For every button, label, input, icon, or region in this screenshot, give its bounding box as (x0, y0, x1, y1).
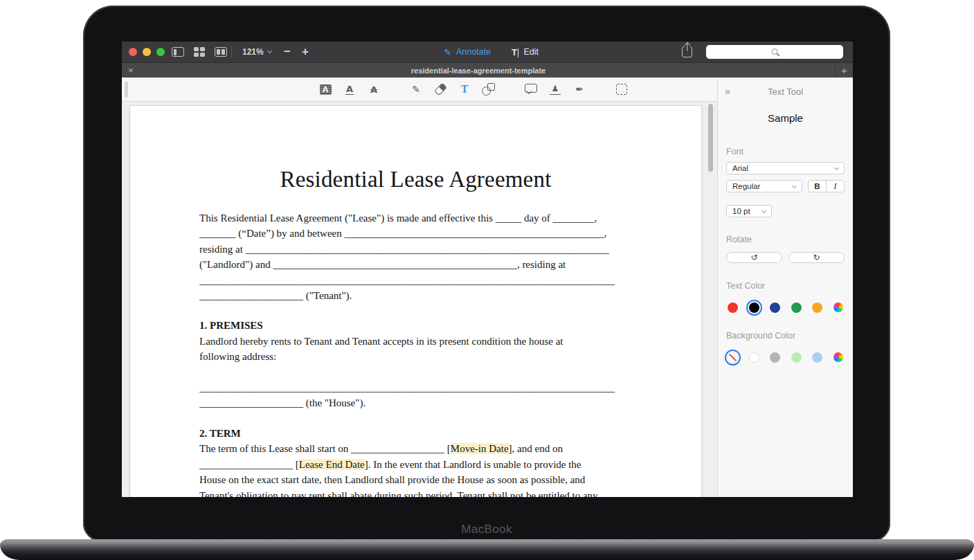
font-family-select[interactable]: Arial (726, 162, 845, 174)
green-swatch[interactable] (791, 302, 802, 313)
document-line: Tenant's obligation to pay rent shall ab… (199, 488, 632, 498)
document-line: ________________________________________… (199, 380, 632, 395)
gray-swatch[interactable] (770, 352, 780, 363)
rotate-ccw-button[interactable]: ↺ (726, 252, 782, 263)
new-tab-button[interactable]: + (835, 63, 853, 78)
multicolor-swatch[interactable] (833, 352, 843, 362)
text-color-label: Text Color (726, 281, 845, 291)
collapse-panel-icon[interactable]: » (725, 86, 730, 97)
light-green-swatch[interactable] (791, 352, 802, 363)
annotation-tools: AAA✎T♟✒ (317, 81, 630, 98)
minimize-window-button[interactable] (143, 48, 151, 56)
tab-edit[interactable]: T Edit (512, 47, 539, 57)
font-style-select[interactable]: Regular (726, 180, 802, 192)
pencil-icon[interactable]: ✎ (408, 81, 424, 98)
document-line: The term of this Lease shall start on __… (199, 441, 632, 456)
toolbar-drag-handle[interactable] (125, 82, 128, 98)
rect-select-icon[interactable] (613, 81, 630, 98)
black-swatch[interactable] (749, 302, 759, 313)
title-bar: 121% − + ✎ Annotate T Edit (122, 42, 853, 62)
document-line: ____________________ (the "House"). (199, 395, 632, 410)
none-swatch[interactable] (728, 352, 738, 363)
strikethrough-text-icon[interactable]: A (366, 81, 382, 98)
underline-text-icon[interactable]: A (341, 81, 358, 98)
signature-icon[interactable]: ✒ (571, 81, 588, 98)
view-controls (172, 47, 227, 57)
font-section-label: Font (726, 147, 845, 156)
annotate-label: Annotate (456, 47, 491, 57)
text-color-swatches (726, 300, 845, 314)
annotation-toolbar: AAA✎T♟✒ (122, 78, 717, 102)
search-box (706, 45, 843, 59)
document-line (199, 365, 632, 380)
scrollbar-thumb[interactable] (708, 104, 713, 172)
chevron-down-icon (267, 48, 272, 53)
zoom-out-button[interactable]: − (281, 42, 294, 62)
rotate-section-label: Rotate (726, 235, 845, 244)
text-tool-panel: » Text Tool Sample Font Arial Regular (717, 78, 853, 497)
content-area: AAA✎T♟✒ Residential Lease Agreement This… (122, 78, 853, 497)
macbook-screen-bezel: 121% − + ✎ Annotate T Edit (83, 6, 890, 541)
highlighted-field[interactable]: Move-in Date (451, 443, 509, 454)
text-tool-icon[interactable]: T (456, 81, 473, 98)
zoom-level-menu[interactable]: 121% (242, 42, 271, 62)
toolbar-divider (231, 46, 232, 57)
chevron-down-icon (761, 208, 766, 213)
macbook-mockup: 121% − + ✎ Annotate T Edit (0, 0, 974, 560)
rotate-ccw-icon: ↺ (750, 253, 757, 262)
light-blue-swatch[interactable] (812, 352, 822, 363)
thumbnail-grid-icon[interactable] (194, 47, 205, 57)
document-line: ("Landlord") and _______________________… (199, 257, 632, 272)
sidebar-toggle-icon[interactable] (172, 47, 184, 57)
italic-button[interactable]: I (826, 181, 844, 192)
rotate-cw-icon: ↻ (813, 253, 820, 262)
macbook-base (0, 539, 974, 560)
highlighted-field[interactable]: Lease End Date (299, 459, 365, 470)
document-line: __________________ [Lease End Date]. In … (199, 457, 632, 472)
close-window-button[interactable] (129, 48, 137, 56)
background-color-label: Background Color (726, 331, 845, 341)
white-swatch[interactable] (749, 352, 759, 363)
document-line: Landlord hereby rents to Tenant and Tena… (199, 334, 632, 349)
font-size-value: 10 pt (732, 207, 750, 215)
font-size-select[interactable]: 10 pt (726, 205, 772, 217)
close-tab-button[interactable]: × (128, 63, 134, 78)
bold-italic-group: B I (808, 180, 845, 192)
share-icon[interactable] (682, 46, 692, 57)
section-heading: 1. PREMISES (199, 318, 632, 333)
chevron-down-icon (834, 165, 839, 170)
document-line: _______ (“Date”) by and between ________… (199, 226, 632, 241)
shapes-icon[interactable] (480, 81, 497, 98)
section-heading: 2. TERM (199, 426, 632, 441)
document-line: House on the exact start date, then Land… (199, 472, 632, 487)
font-family-value: Arial (732, 164, 748, 172)
highlight-text-icon[interactable]: A (317, 81, 334, 98)
blue-swatch[interactable] (770, 302, 780, 313)
traffic-lights (129, 48, 165, 56)
stamp-icon[interactable]: ♟ (547, 81, 563, 98)
document-tab-bar: × residential-lease-agreement-template + (122, 62, 853, 78)
search-input[interactable] (706, 45, 843, 59)
text-sample-preview: Sample (726, 112, 845, 124)
zoom-window-button[interactable] (156, 48, 165, 56)
zoom-level-value: 121% (242, 47, 264, 57)
comment-icon[interactable] (523, 81, 539, 98)
orange-swatch[interactable] (812, 302, 822, 313)
font-style-value: Regular (732, 182, 760, 190)
macbook-logo-label: MacBook (83, 523, 890, 536)
document-column: AAA✎T♟✒ Residential Lease Agreement This… (122, 78, 717, 497)
eraser-icon[interactable] (432, 81, 449, 98)
zoom-in-button[interactable]: + (299, 42, 312, 62)
document-tab-title: residential-lease-agreement-template (122, 66, 835, 75)
chevron-down-icon (792, 183, 797, 188)
rotate-cw-button[interactable]: ↻ (788, 252, 845, 263)
document-line: following address: (199, 349, 632, 364)
multicolor-swatch[interactable] (833, 302, 843, 312)
two-page-view-icon[interactable] (215, 47, 227, 57)
pdf-page[interactable]: Residential Lease Agreement This Residen… (129, 105, 702, 497)
bold-button[interactable]: B (809, 181, 826, 192)
background-color-swatches (726, 350, 845, 364)
document-line: residing at ____________________________… (199, 242, 632, 257)
tab-annotate[interactable]: ✎ Annotate (444, 47, 491, 57)
red-swatch[interactable] (728, 302, 738, 313)
